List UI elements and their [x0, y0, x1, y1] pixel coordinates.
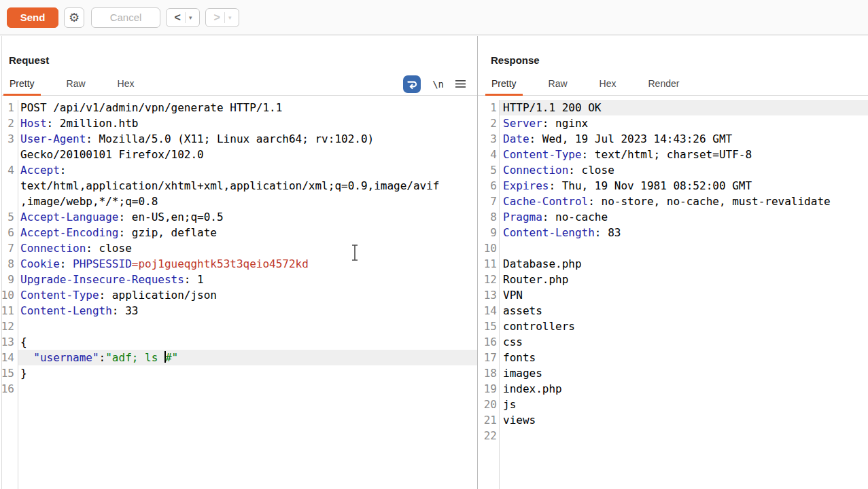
- line-number: 20: [478, 397, 497, 412]
- prev-request-button[interactable]: < ▾: [166, 8, 200, 27]
- code-segment: : text/html; charset=UTF-8: [582, 148, 752, 161]
- code-line: 22: [478, 428, 868, 443]
- code-segment: [20, 351, 33, 364]
- code-segment: "username": [33, 351, 99, 364]
- code-line: 3User-Agent: Mozilla/5.0 (X11; Linux aar…: [2, 131, 477, 162]
- request-editor-tools: \n: [403, 73, 477, 95]
- code-segment: index.php: [503, 382, 562, 395]
- line-number: 6: [478, 178, 497, 194]
- code-line: 1POST /api/v1/admin/vpn/generate HTTP/1.…: [2, 100, 477, 115]
- cancel-button[interactable]: Cancel: [91, 7, 160, 28]
- code-line: 16: [2, 381, 477, 397]
- line-number: 4: [2, 162, 14, 178]
- line-number: 17: [478, 350, 497, 365]
- wrap-lines-icon[interactable]: [403, 75, 421, 93]
- code-line: 1HTTP/1.1 200 OK: [478, 100, 868, 115]
- line-number: 8: [478, 209, 497, 225]
- line-number: 5: [478, 162, 497, 178]
- line-number: 10: [2, 287, 14, 303]
- code-segment: controllers: [503, 320, 575, 333]
- code-line: 12: [2, 319, 477, 334]
- code-line: 13{: [2, 334, 477, 350]
- code-line: 6Accept-Encoding: gzip, deflate: [2, 225, 477, 240]
- line-number: 12: [478, 272, 497, 287]
- response-tab-render[interactable]: Render: [642, 73, 686, 95]
- line-number: 1: [2, 100, 14, 115]
- code-segment: : gzip, deflate: [119, 226, 218, 239]
- code-line: 20js: [478, 397, 868, 412]
- code-segment: : en-US,en;q=0.5: [119, 211, 224, 223]
- code-segment: Cache-Control: [503, 195, 588, 208]
- line-number: 12: [2, 319, 14, 334]
- code-segment: =poj1gueqghtk53t3qeio4572kd: [132, 257, 309, 270]
- code-segment: User-Agent: [20, 132, 86, 145]
- code-segment: "adf; ls: [105, 351, 164, 364]
- code-segment: HTTP/1.1 200 OK: [503, 101, 602, 114]
- code-line: 12Router.php: [478, 272, 868, 287]
- code-segment: Expires: [503, 179, 549, 192]
- line-number: 13: [478, 287, 497, 303]
- gutter-divider: [18, 100, 18, 489]
- response-viewer[interactable]: 1HTTP/1.1 200 OK2Server: nginx3Date: Wed…: [478, 100, 868, 489]
- code-segment: {: [20, 336, 27, 348]
- code-segment: Router.php: [503, 273, 568, 286]
- line-number: 7: [2, 240, 14, 256]
- code-segment: : 83: [595, 226, 621, 239]
- send-settings-button[interactable]: ⚙: [64, 7, 84, 28]
- line-number: 9: [2, 272, 14, 287]
- code-segment: Content-Length: [20, 304, 112, 317]
- response-tab-raw[interactable]: Raw: [542, 73, 574, 95]
- code-segment: images: [503, 367, 542, 380]
- code-line: 11Content-Length: 33: [2, 303, 477, 319]
- code-line: 7Cache-Control: no-store, no-cache, must…: [478, 194, 868, 209]
- line-number: 16: [2, 381, 14, 397]
- code-segment: Date: [503, 132, 530, 145]
- code-line: 11Database.php: [478, 256, 868, 272]
- line-number: 10: [478, 240, 497, 256]
- next-request-button: > ▾: [205, 8, 239, 27]
- code-line: 15controllers: [478, 319, 868, 334]
- code-segment: Content-Length: [503, 226, 595, 239]
- line-number: 14: [2, 350, 14, 365]
- code-segment: VPN: [503, 289, 523, 302]
- code-line: 17fonts: [478, 350, 868, 365]
- code-line: 10Content-Type: application/json: [2, 287, 477, 303]
- prev-arrow-icon[interactable]: <: [171, 12, 185, 24]
- code-segment: : nginx: [542, 117, 588, 130]
- code-line: 21views: [478, 412, 868, 428]
- request-tab-raw[interactable]: Raw: [60, 73, 92, 95]
- response-tab-pretty[interactable]: Pretty: [485, 73, 523, 95]
- request-tab-pretty[interactable]: Pretty: [3, 73, 41, 95]
- line-number: 13: [2, 334, 14, 350]
- code-line: 8Cookie: PHPSESSID=poj1gueqghtk53t3qeio4…: [2, 256, 477, 272]
- response-tab-hex[interactable]: Hex: [593, 73, 623, 95]
- menu-icon[interactable]: [455, 79, 466, 88]
- request-tab-hex[interactable]: Hex: [111, 73, 141, 95]
- code-segment: Content-Type: [503, 148, 582, 161]
- line-number: 2: [2, 115, 14, 131]
- code-line: 16css: [478, 334, 868, 350]
- line-number: 21: [478, 412, 497, 428]
- code-line: 15}: [2, 365, 477, 381]
- next-history-dropdown-icon: ▾: [225, 14, 235, 21]
- code-line: 9Content-Length: 83: [478, 225, 868, 240]
- response-panel: Response Pretty Raw Hex Render 1HTTP/1.1…: [478, 36, 868, 489]
- nonprinting-chars-icon[interactable]: \n: [432, 79, 444, 90]
- code-segment: Connection: [20, 242, 86, 255]
- prev-history-dropdown-icon[interactable]: ▾: [186, 14, 196, 21]
- code-segment: js: [503, 398, 516, 411]
- code-segment: Accept: [20, 164, 60, 177]
- line-number: 22: [478, 428, 497, 443]
- code-segment: Accept-Language: [20, 211, 119, 223]
- line-number: 15: [478, 319, 497, 334]
- code-segment: }: [20, 367, 27, 380]
- request-editor[interactable]: 1POST /api/v1/admin/vpn/generate HTTP/1.…: [2, 100, 477, 489]
- code-line: 6Expires: Thu, 19 Nov 1981 08:52:00 GMT: [478, 178, 868, 194]
- code-segment: views: [503, 414, 536, 427]
- code-segment: Server: [503, 117, 542, 130]
- line-number: 3: [478, 131, 497, 147]
- send-button[interactable]: Send: [7, 7, 58, 28]
- code-line: 5Connection: close: [478, 162, 868, 178]
- code-segment: : 2million.htb: [47, 117, 139, 130]
- code-line: 4Accept: text/html,application/xhtml+xml…: [2, 162, 477, 209]
